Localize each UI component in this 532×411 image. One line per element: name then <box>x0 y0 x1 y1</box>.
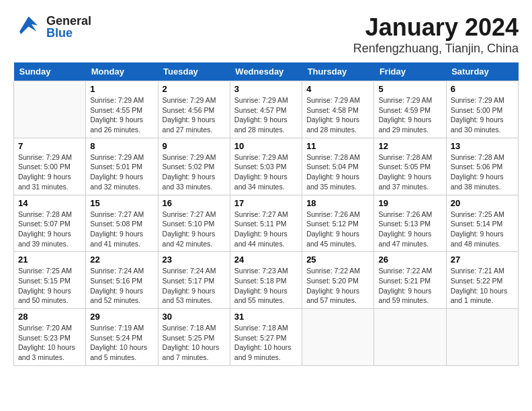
page-title: January 2024 <box>353 13 519 42</box>
calendar-cell: 6Sunrise: 7:29 AM Sunset: 5:00 PM Daylig… <box>446 81 518 138</box>
day-info: Sunrise: 7:29 AM Sunset: 4:59 PM Dayligh… <box>378 95 441 135</box>
svg-marker-0 <box>19 16 38 34</box>
day-info: Sunrise: 7:25 AM Sunset: 5:14 PM Dayligh… <box>451 210 514 249</box>
day-info: Sunrise: 7:25 AM Sunset: 5:15 PM Dayligh… <box>18 266 81 306</box>
header-day-thursday: Thursday <box>302 62 374 81</box>
day-number: 10 <box>234 141 298 151</box>
day-number: 13 <box>451 141 514 151</box>
day-number: 4 <box>306 84 369 94</box>
calendar-cell: 21Sunrise: 7:25 AM Sunset: 5:15 PM Dayli… <box>14 252 86 309</box>
day-number: 14 <box>18 198 81 208</box>
day-number: 12 <box>378 141 441 151</box>
logo-blue: Blue <box>46 27 91 39</box>
logo: General Blue <box>13 13 91 40</box>
calendar-cell: 29Sunrise: 7:19 AM Sunset: 5:24 PM Dayli… <box>86 309 158 366</box>
day-number: 23 <box>163 255 226 265</box>
day-number: 3 <box>234 84 298 94</box>
day-number: 28 <box>18 312 81 322</box>
calendar-cell: 9Sunrise: 7:29 AM Sunset: 5:02 PM Daylig… <box>158 138 230 195</box>
day-number: 20 <box>451 198 514 208</box>
header-day-friday: Friday <box>374 62 446 81</box>
page-subtitle: Renfengzhuang, Tianjin, China <box>353 42 519 56</box>
day-info: Sunrise: 7:29 AM Sunset: 4:55 PM Dayligh… <box>90 95 153 135</box>
day-number: 29 <box>90 312 153 322</box>
calendar-cell <box>14 81 86 138</box>
day-info: Sunrise: 7:24 AM Sunset: 5:16 PM Dayligh… <box>90 266 153 306</box>
day-info: Sunrise: 7:28 AM Sunset: 5:07 PM Dayligh… <box>18 210 81 249</box>
day-info: Sunrise: 7:29 AM Sunset: 4:56 PM Dayligh… <box>163 95 226 135</box>
title-block: January 2024 Renfengzhuang, Tianjin, Chi… <box>353 13 519 56</box>
header-day-monday: Monday <box>86 62 158 81</box>
calendar-cell: 2Sunrise: 7:29 AM Sunset: 4:56 PM Daylig… <box>158 81 230 138</box>
calendar-cell: 31Sunrise: 7:18 AM Sunset: 5:27 PM Dayli… <box>230 309 302 366</box>
day-info: Sunrise: 7:27 AM Sunset: 5:08 PM Dayligh… <box>90 210 153 249</box>
calendar-header: SundayMondayTuesdayWednesdayThursdayFrid… <box>14 62 519 81</box>
day-info: Sunrise: 7:20 AM Sunset: 5:23 PM Dayligh… <box>18 323 81 363</box>
calendar-cell: 22Sunrise: 7:24 AM Sunset: 5:16 PM Dayli… <box>86 252 158 309</box>
calendar-cell: 17Sunrise: 7:27 AM Sunset: 5:11 PM Dayli… <box>230 195 302 252</box>
logo-general: General <box>46 15 91 27</box>
day-info: Sunrise: 7:19 AM Sunset: 5:24 PM Dayligh… <box>90 323 153 363</box>
day-number: 26 <box>378 255 441 265</box>
day-number: 17 <box>234 198 298 208</box>
calendar-cell: 11Sunrise: 7:28 AM Sunset: 5:04 PM Dayli… <box>302 138 374 195</box>
day-number: 21 <box>18 255 81 265</box>
calendar-cell: 16Sunrise: 7:27 AM Sunset: 5:10 PM Dayli… <box>158 195 230 252</box>
calendar-cell: 3Sunrise: 7:29 AM Sunset: 4:57 PM Daylig… <box>230 81 302 138</box>
calendar-cell <box>374 309 446 366</box>
day-number: 6 <box>451 84 514 94</box>
day-number: 5 <box>378 84 441 94</box>
day-number: 7 <box>18 141 81 151</box>
header-row: SundayMondayTuesdayWednesdayThursdayFrid… <box>14 62 519 81</box>
calendar-week-1: 1Sunrise: 7:29 AM Sunset: 4:55 PM Daylig… <box>14 81 519 138</box>
header-day-saturday: Saturday <box>446 62 518 81</box>
day-number: 15 <box>90 198 153 208</box>
calendar-cell: 23Sunrise: 7:24 AM Sunset: 5:17 PM Dayli… <box>158 252 230 309</box>
calendar-cell: 12Sunrise: 7:28 AM Sunset: 5:05 PM Dayli… <box>374 138 446 195</box>
logo-icon <box>13 13 44 40</box>
logo-text: General Blue <box>46 15 91 39</box>
calendar-week-4: 21Sunrise: 7:25 AM Sunset: 5:15 PM Dayli… <box>14 252 519 309</box>
calendar-cell: 27Sunrise: 7:21 AM Sunset: 5:22 PM Dayli… <box>446 252 518 309</box>
day-info: Sunrise: 7:24 AM Sunset: 5:17 PM Dayligh… <box>163 266 226 306</box>
day-info: Sunrise: 7:29 AM Sunset: 5:01 PM Dayligh… <box>90 152 153 192</box>
day-info: Sunrise: 7:18 AM Sunset: 5:25 PM Dayligh… <box>163 323 226 363</box>
header-day-tuesday: Tuesday <box>158 62 230 81</box>
calendar-table: SundayMondayTuesdayWednesdayThursdayFrid… <box>13 62 519 366</box>
day-info: Sunrise: 7:29 AM Sunset: 4:58 PM Dayligh… <box>306 95 369 135</box>
day-number: 30 <box>163 312 226 322</box>
day-number: 18 <box>306 198 369 208</box>
calendar-cell: 8Sunrise: 7:29 AM Sunset: 5:01 PM Daylig… <box>86 138 158 195</box>
day-number: 19 <box>378 198 441 208</box>
calendar-body: 1Sunrise: 7:29 AM Sunset: 4:55 PM Daylig… <box>14 81 519 366</box>
calendar-cell: 18Sunrise: 7:26 AM Sunset: 5:12 PM Dayli… <box>302 195 374 252</box>
day-info: Sunrise: 7:27 AM Sunset: 5:11 PM Dayligh… <box>234 210 298 249</box>
calendar-week-5: 28Sunrise: 7:20 AM Sunset: 5:23 PM Dayli… <box>14 309 519 366</box>
calendar-cell: 20Sunrise: 7:25 AM Sunset: 5:14 PM Dayli… <box>446 195 518 252</box>
calendar-cell: 14Sunrise: 7:28 AM Sunset: 5:07 PM Dayli… <box>14 195 86 252</box>
calendar-cell: 25Sunrise: 7:22 AM Sunset: 5:20 PM Dayli… <box>302 252 374 309</box>
day-info: Sunrise: 7:28 AM Sunset: 5:04 PM Dayligh… <box>306 152 369 192</box>
day-info: Sunrise: 7:29 AM Sunset: 4:57 PM Dayligh… <box>234 95 298 135</box>
calendar-cell: 30Sunrise: 7:18 AM Sunset: 5:25 PM Dayli… <box>158 309 230 366</box>
calendar-week-2: 7Sunrise: 7:29 AM Sunset: 5:00 PM Daylig… <box>14 138 519 195</box>
calendar-week-3: 14Sunrise: 7:28 AM Sunset: 5:07 PM Dayli… <box>14 195 519 252</box>
calendar-cell: 15Sunrise: 7:27 AM Sunset: 5:08 PM Dayli… <box>86 195 158 252</box>
day-number: 27 <box>451 255 514 265</box>
calendar-cell: 19Sunrise: 7:26 AM Sunset: 5:13 PM Dayli… <box>374 195 446 252</box>
day-info: Sunrise: 7:22 AM Sunset: 5:21 PM Dayligh… <box>378 266 441 306</box>
calendar-cell: 4Sunrise: 7:29 AM Sunset: 4:58 PM Daylig… <box>302 81 374 138</box>
calendar-cell: 13Sunrise: 7:28 AM Sunset: 5:06 PM Dayli… <box>446 138 518 195</box>
day-info: Sunrise: 7:29 AM Sunset: 5:02 PM Dayligh… <box>163 152 226 192</box>
day-info: Sunrise: 7:27 AM Sunset: 5:10 PM Dayligh… <box>163 210 226 249</box>
calendar-cell: 10Sunrise: 7:29 AM Sunset: 5:03 PM Dayli… <box>230 138 302 195</box>
calendar-cell <box>302 309 374 366</box>
day-number: 2 <box>163 84 226 94</box>
day-info: Sunrise: 7:29 AM Sunset: 5:03 PM Dayligh… <box>234 152 298 192</box>
day-info: Sunrise: 7:22 AM Sunset: 5:20 PM Dayligh… <box>306 266 369 306</box>
day-info: Sunrise: 7:29 AM Sunset: 5:00 PM Dayligh… <box>451 95 514 135</box>
calendar-cell <box>446 309 518 366</box>
calendar-cell: 26Sunrise: 7:22 AM Sunset: 5:21 PM Dayli… <box>374 252 446 309</box>
calendar-cell: 1Sunrise: 7:29 AM Sunset: 4:55 PM Daylig… <box>86 81 158 138</box>
header-day-sunday: Sunday <box>14 62 86 81</box>
